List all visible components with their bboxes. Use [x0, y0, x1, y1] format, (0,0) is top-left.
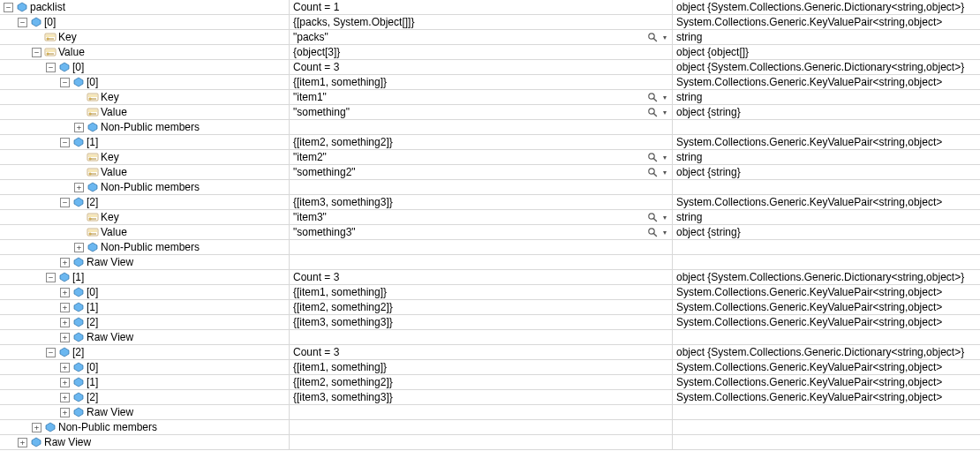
expand-icon[interactable]: +: [60, 333, 70, 342]
tree-row[interactable]: + Raw View: [0, 435, 980, 450]
visualizer-icon[interactable]: [646, 91, 659, 103]
name-cell[interactable]: + Raw View: [0, 330, 290, 344]
tree-row[interactable]: − [0]{[item1, something]}System.Collecti…: [0, 75, 980, 90]
value-cell[interactable]: Count = 1: [290, 0, 673, 14]
visualizer-icon[interactable]: [646, 151, 659, 163]
visualizer-dropdown-icon[interactable]: ▾: [660, 151, 669, 163]
collapse-icon[interactable]: −: [60, 78, 70, 87]
value-cell[interactable]: Count = 3: [290, 270, 673, 284]
expand-icon[interactable]: +: [60, 378, 70, 387]
name-cell[interactable]: + Raw View: [0, 255, 290, 269]
tree-row[interactable]: + [0]{[item1, something]}System.Collecti…: [0, 360, 980, 375]
value-cell[interactable]: [290, 405, 673, 419]
tree-row[interactable]: − [2]{[item3, something3]}System.Collect…: [0, 195, 980, 210]
expand-icon[interactable]: +: [74, 183, 84, 192]
tree-row[interactable]: − [2]Count = 3object {System.Collections…: [0, 345, 980, 360]
name-cell[interactable]: + Raw View: [0, 405, 290, 419]
tree-row[interactable]: Key"item2" ▾string: [0, 150, 980, 165]
visualizer-dropdown-icon[interactable]: ▾: [660, 91, 669, 103]
tree-row[interactable]: + [2]{[item3, something3]}System.Collect…: [0, 390, 980, 405]
name-cell[interactable]: + Non-Public members: [0, 240, 290, 254]
visualizer-dropdown-icon[interactable]: ▾: [660, 211, 669, 223]
expand-icon[interactable]: +: [60, 408, 70, 417]
tree-row[interactable]: − packlistCount = 1object {System.Collec…: [0, 0, 980, 15]
tree-row[interactable]: Key"item3" ▾string: [0, 210, 980, 225]
value-cell[interactable]: {object[3]}: [290, 45, 673, 59]
expand-icon[interactable]: +: [74, 243, 84, 252]
tree-row[interactable]: − [0]{[packs, System.Object[]]}System.Co…: [0, 15, 980, 30]
name-cell[interactable]: − [2]: [0, 195, 290, 209]
value-cell[interactable]: {[item1, something]}: [290, 285, 673, 299]
tree-row[interactable]: Value"something2" ▾object {string}: [0, 165, 980, 180]
collapse-icon[interactable]: −: [4, 3, 13, 12]
name-cell[interactable]: − [1]: [0, 270, 290, 284]
expand-icon[interactable]: +: [60, 303, 70, 312]
collapse-icon[interactable]: −: [32, 48, 41, 57]
name-cell[interactable]: + [0]: [0, 285, 290, 299]
value-cell[interactable]: {[item2, something2]}: [290, 375, 673, 389]
value-cell[interactable]: "item1" ▾: [290, 90, 673, 104]
collapse-icon[interactable]: −: [46, 273, 56, 282]
name-cell[interactable]: − packlist: [0, 0, 290, 14]
name-cell[interactable]: Value: [0, 105, 290, 119]
visualizer-icon[interactable]: [646, 31, 659, 43]
tree-row[interactable]: + [1]{[item2, something2]}System.Collect…: [0, 300, 980, 315]
tree-row[interactable]: + Raw View: [0, 405, 980, 420]
tree-row[interactable]: + Raw View: [0, 330, 980, 345]
expand-icon[interactable]: +: [60, 258, 70, 267]
tree-row[interactable]: + Non-Public members: [0, 420, 980, 435]
name-cell[interactable]: Key: [0, 90, 290, 104]
value-cell[interactable]: [290, 255, 673, 269]
value-cell[interactable]: [290, 435, 673, 449]
name-cell[interactable]: − [0]: [0, 15, 290, 29]
name-cell[interactable]: + [1]: [0, 375, 290, 389]
tree-row[interactable]: − [1]{[item2, something2]}System.Collect…: [0, 135, 980, 150]
name-cell[interactable]: + Non-Public members: [0, 420, 290, 434]
value-cell[interactable]: {[item3, something3]}: [290, 315, 673, 329]
tree-row[interactable]: − [0]Count = 3object {System.Collections…: [0, 60, 980, 75]
value-cell[interactable]: [290, 120, 673, 134]
value-cell[interactable]: [290, 180, 673, 194]
value-cell[interactable]: {[item3, something3]}: [290, 195, 673, 209]
name-cell[interactable]: + Non-Public members: [0, 180, 290, 194]
name-cell[interactable]: Value: [0, 225, 290, 239]
tree-row[interactable]: Key"packs" ▾string: [0, 30, 980, 45]
value-cell[interactable]: [290, 240, 673, 254]
value-cell[interactable]: Count = 3: [290, 60, 673, 74]
expand-icon[interactable]: +: [60, 393, 70, 402]
visualizer-icon[interactable]: [646, 211, 659, 223]
tree-row[interactable]: − [1]Count = 3object {System.Collections…: [0, 270, 980, 285]
value-cell[interactable]: "something2" ▾: [290, 165, 673, 179]
value-cell[interactable]: {[item3, something3]}: [290, 390, 673, 404]
value-cell[interactable]: [290, 420, 673, 434]
tree-row[interactable]: Key"item1" ▾string: [0, 90, 980, 105]
expand-icon[interactable]: +: [74, 123, 84, 132]
name-cell[interactable]: + [2]: [0, 390, 290, 404]
name-cell[interactable]: − [2]: [0, 345, 290, 359]
collapse-icon[interactable]: −: [60, 198, 70, 207]
visualizer-icon[interactable]: [646, 106, 659, 118]
collapse-icon[interactable]: −: [46, 63, 56, 72]
value-cell[interactable]: "item2" ▾: [290, 150, 673, 164]
value-cell[interactable]: {[item1, something]}: [290, 360, 673, 374]
visualizer-dropdown-icon[interactable]: ▾: [660, 31, 669, 43]
value-cell[interactable]: "item3" ▾: [290, 210, 673, 224]
value-cell[interactable]: Count = 3: [290, 345, 673, 359]
tree-row[interactable]: + [0]{[item1, something]}System.Collecti…: [0, 285, 980, 300]
expand-icon[interactable]: +: [18, 438, 27, 447]
expand-icon[interactable]: +: [60, 318, 70, 327]
name-cell[interactable]: + [2]: [0, 315, 290, 329]
name-cell[interactable]: + Non-Public members: [0, 120, 290, 134]
value-cell[interactable]: "something3" ▾: [290, 225, 673, 239]
expand-icon[interactable]: +: [32, 423, 41, 432]
visualizer-dropdown-icon[interactable]: ▾: [660, 226, 669, 238]
collapse-icon[interactable]: −: [46, 348, 56, 357]
value-cell[interactable]: {[packs, System.Object[]]}: [290, 15, 673, 29]
value-cell[interactable]: "something" ▾: [290, 105, 673, 119]
visualizer-icon[interactable]: [646, 166, 659, 178]
name-cell[interactable]: − [0]: [0, 60, 290, 74]
value-cell[interactable]: {[item2, something2]}: [290, 300, 673, 314]
expand-icon[interactable]: +: [60, 363, 70, 372]
name-cell[interactable]: Key: [0, 30, 290, 44]
expand-icon[interactable]: +: [60, 288, 70, 297]
